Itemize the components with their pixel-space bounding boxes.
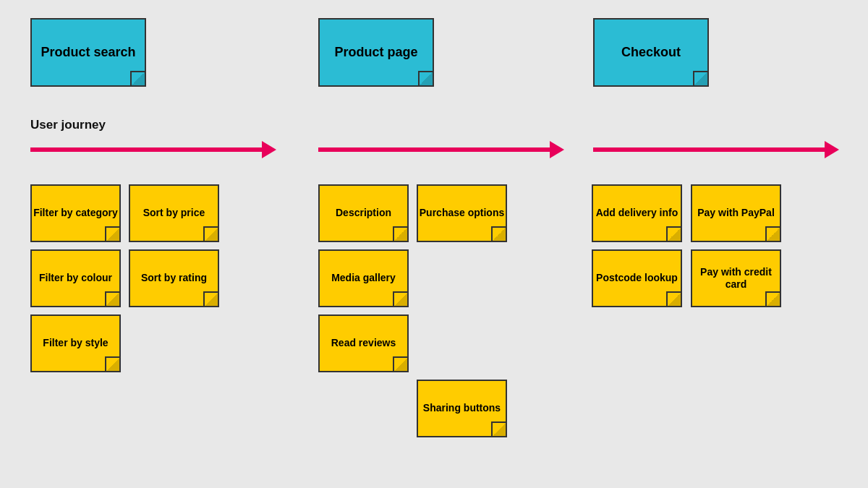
sticky-description: Description [318, 184, 409, 242]
arrow-arrow3 [593, 141, 839, 158]
sticky-filter-colour: Filter by colour [30, 249, 121, 307]
sticky-add-delivery: Add delivery info [592, 184, 682, 242]
sticky-product-search: Product search [30, 18, 146, 87]
sticky-purchase-options: Purchase options [417, 184, 507, 242]
sticky-pay-paypal: Pay with PayPal [691, 184, 781, 242]
sticky-sort-price: Sort by price [129, 184, 219, 242]
sticky-pay-credit: Pay with credit card [691, 249, 781, 307]
sticky-sort-rating: Sort by rating [129, 249, 219, 307]
sticky-filter-style: Filter by style [30, 314, 121, 372]
sticky-checkout: Checkout [593, 18, 709, 87]
arrow-arrow1 [30, 141, 276, 158]
sticky-product-page: Product page [318, 18, 434, 87]
user-journey-label: User journey [30, 118, 106, 132]
canvas: Product searchProduct pageCheckout User … [0, 0, 868, 488]
sticky-filter-category: Filter by category [30, 184, 121, 242]
sticky-media-gallery: Media gallery [318, 249, 409, 307]
sticky-sharing-buttons: Sharing buttons [417, 380, 507, 437]
sticky-postcode-lookup: Postcode lookup [592, 249, 682, 307]
arrow-arrow2 [318, 141, 564, 158]
sticky-read-reviews: Read reviews [318, 314, 409, 372]
